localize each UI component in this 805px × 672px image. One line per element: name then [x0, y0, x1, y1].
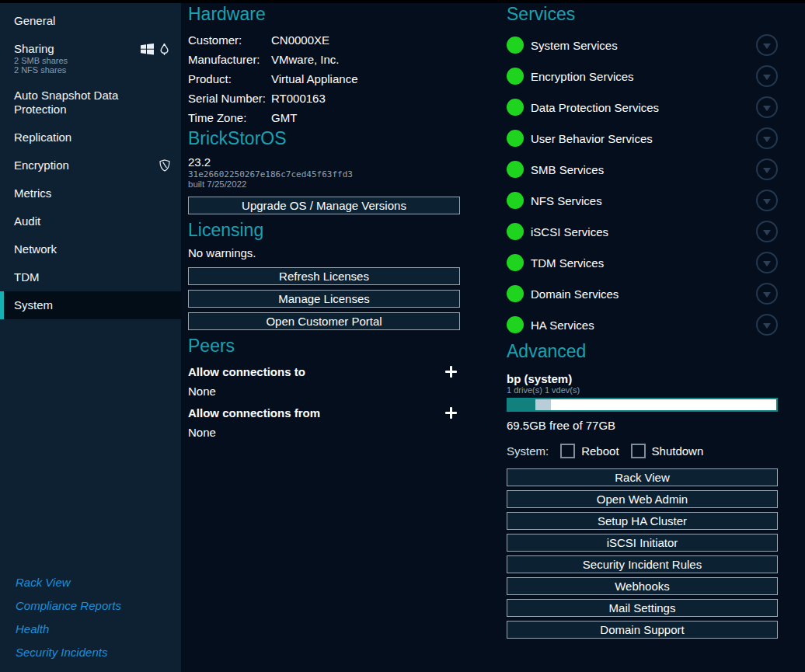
hardware-row-label: Product:	[188, 70, 271, 89]
advanced-action-button[interactable]: Rack View	[507, 468, 778, 486]
service-row: NFS Services	[507, 185, 778, 216]
licensing-button[interactable]: Open Customer Portal	[188, 312, 460, 330]
advanced-action-button[interactable]: Security Incident Rules	[507, 555, 778, 573]
hardware-row-label: Serial Number:	[188, 89, 271, 108]
service-name: Domain Services	[531, 287, 756, 301]
service-status-green-icon	[507, 192, 524, 209]
hardware-row-value: CN0000XE	[271, 31, 460, 50]
sidebar-item-label: Network	[14, 242, 57, 256]
sidebar-link[interactable]: Rack View	[16, 576, 181, 590]
service-row: Domain Services	[507, 278, 778, 309]
encryption-shield-icon	[159, 159, 170, 172]
service-expand-button[interactable]	[756, 252, 778, 273]
advanced-action-button[interactable]: Open Web Admin	[507, 490, 778, 508]
sidebar-item-row: TDM	[14, 270, 170, 284]
licensing-section-title: Licensing	[188, 219, 460, 241]
service-expand-button[interactable]	[756, 221, 778, 242]
service-name: NFS Services	[531, 194, 756, 207]
advanced-action-button[interactable]: iSCSI Initiator	[507, 534, 778, 552]
service-row: HA Services	[507, 309, 778, 340]
advanced-buttons: Rack View Open Web Admin Setup HA Cluste…	[507, 468, 778, 639]
peer-group-header: Allow connections to	[188, 365, 460, 378]
service-expand-button[interactable]	[756, 190, 778, 211]
peer-group: Allow connections from None	[188, 406, 460, 439]
sidebar-item-label: System	[14, 298, 53, 312]
sidebar-item[interactable]: Network	[0, 235, 181, 263]
pool-info: 1 drive(s) 1 vdev(s)	[507, 385, 778, 395]
add-peer-plus-icon[interactable]	[445, 366, 457, 378]
sidebar-link[interactable]: Compliance Reports	[16, 599, 181, 613]
hardware-section-title: Hardware	[188, 3, 460, 25]
licensing-button[interactable]: Manage Licenses	[188, 290, 460, 308]
advanced-action-button[interactable]: Webhooks	[507, 577, 778, 595]
sidebar-item[interactable]: System	[0, 291, 181, 319]
nfs-flame-icon	[159, 43, 170, 56]
sidebar-item[interactable]: Encryption	[0, 151, 181, 179]
power-option: Reboot	[560, 444, 619, 458]
peer-group: Allow connections to None	[188, 365, 460, 398]
sidebar-link[interactable]: Security Incidents	[16, 646, 181, 660]
power-option: Shutdown	[631, 444, 704, 458]
services-list: System Services Encryption Services Data…	[507, 30, 778, 340]
add-peer-plus-icon[interactable]	[445, 407, 457, 419]
sidebar-item-row: Metrics	[14, 186, 170, 200]
chevron-down-icon	[763, 106, 771, 111]
sidebar-item[interactable]: Auto Snapshot Data Protection	[0, 82, 181, 124]
service-expand-button[interactable]	[756, 314, 778, 336]
service-expand-button[interactable]	[756, 65, 778, 87]
chevron-down-icon	[763, 261, 771, 266]
main-column: Hardware Customer: CN0000XE Manufacturer…	[188, 3, 460, 439]
pool-secondary-segment	[535, 399, 552, 410]
os-build-hash: 31e26602250267e186c7ced45f63ffd3	[188, 169, 460, 179]
sidebar-item-label: Metrics	[14, 186, 51, 200]
sidebar-item[interactable]: Metrics	[0, 179, 181, 207]
service-expand-button[interactable]	[756, 127, 778, 149]
service-name: TDM Services	[531, 256, 756, 270]
os-build-date: built 7/25/2022	[188, 179, 460, 190]
hardware-row-value: RT000163	[271, 89, 460, 108]
checkbox[interactable]	[631, 444, 646, 458]
sidebar-item[interactable]: Sharing 2 SMB shares 2 NFS shares	[0, 35, 181, 82]
sidebar-item-label: Audit	[14, 214, 40, 228]
service-status-green-icon	[507, 161, 524, 178]
os-version: 23.2	[188, 155, 460, 169]
chevron-down-icon	[763, 137, 771, 142]
os-section-title: BrickStorOS	[188, 127, 460, 149]
service-expand-button[interactable]	[756, 34, 778, 56]
hardware-info-table: Customer: CN0000XE Manufacturer: VMware,…	[188, 31, 460, 127]
licensing-status-text: No warnings.	[188, 246, 460, 259]
service-row: System Services	[507, 30, 778, 61]
sidebar: General Sharing	[0, 3, 181, 672]
service-status-green-icon	[507, 285, 524, 302]
sidebar-item-row: Network	[14, 242, 170, 256]
hardware-row-label: Manufacturer:	[188, 50, 271, 69]
peers-section-title: Peers	[188, 335, 460, 357]
window-top-edge	[0, 0, 805, 3]
service-expand-button[interactable]	[756, 283, 778, 305]
windows-smb-icon	[141, 44, 154, 55]
upgrade-os-button[interactable]: Upgrade OS / Manage Versions	[188, 197, 460, 214]
advanced-action-button[interactable]: Setup HA Cluster	[507, 512, 778, 530]
sidebar-item[interactable]: Audit	[0, 207, 181, 235]
system-power-label: System:	[507, 444, 549, 458]
chevron-down-icon	[763, 292, 771, 298]
hardware-row-value: Virtual Appliance	[271, 70, 460, 89]
sidebar-item[interactable]: TDM	[0, 263, 181, 291]
sidebar-item[interactable]: Replication	[0, 124, 181, 151]
sidebar-item[interactable]: General	[0, 7, 181, 35]
service-status-green-icon	[507, 68, 524, 85]
sidebar-link[interactable]: Health	[16, 622, 181, 636]
checkbox[interactable]	[560, 444, 575, 458]
sidebar-item-row: Sharing	[14, 42, 170, 56]
right-column: Services System Services Encryption Serv…	[507, 3, 778, 642]
advanced-action-button[interactable]: Domain Support	[507, 621, 778, 639]
service-expand-button[interactable]	[756, 96, 778, 118]
service-expand-button[interactable]	[756, 158, 778, 180]
chevron-down-icon	[763, 75, 771, 80]
service-status-green-icon	[507, 223, 524, 240]
chevron-down-icon	[763, 168, 771, 173]
advanced-action-button[interactable]: Mail Settings	[507, 599, 778, 617]
peer-group-label: Allow connections to	[188, 365, 305, 378]
peer-group-value: None	[188, 385, 460, 398]
licensing-button[interactable]: Refresh Licenses	[188, 267, 460, 285]
